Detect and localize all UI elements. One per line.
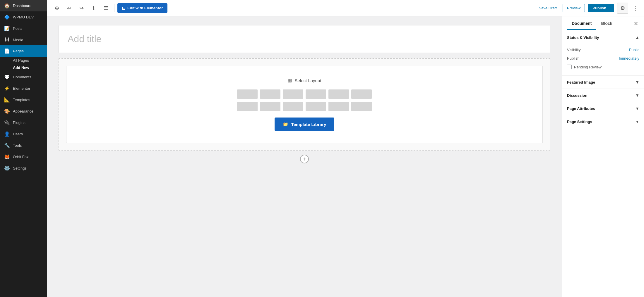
add-icon: ⊕ bbox=[55, 5, 59, 11]
panel-body: Status & Visibility ▲ Visibility Public … bbox=[562, 31, 644, 297]
sidebar-sub-add-new[interactable]: Add New bbox=[0, 64, 47, 71]
pending-review-checkbox[interactable] bbox=[567, 65, 572, 69]
panel-row-label: Publish bbox=[567, 56, 580, 61]
panel-row-visibility: Visibility Public bbox=[567, 46, 639, 54]
page-title-placeholder[interactable]: Add title bbox=[68, 34, 102, 44]
save-draft-button[interactable]: Save Draft bbox=[536, 4, 560, 12]
users-icon: 👤 bbox=[4, 131, 10, 137]
layout-block[interactable] bbox=[237, 89, 258, 99]
more-options-button[interactable]: ⋮ bbox=[631, 5, 639, 12]
sidebar-item-tools[interactable]: 🔧Tools bbox=[0, 140, 47, 151]
plugins-icon: 🔌 bbox=[4, 120, 10, 125]
panel-section-title-discussion: Discussion bbox=[567, 93, 587, 98]
sidebar-item-media[interactable]: 🖼Media bbox=[0, 34, 47, 45]
pending-review-row: Pending Review bbox=[567, 63, 639, 71]
redo-icon: ↪ bbox=[79, 5, 84, 11]
preview-button[interactable]: Preview bbox=[563, 4, 585, 12]
layout-row bbox=[237, 102, 372, 111]
redo-button[interactable]: ↪ bbox=[76, 3, 87, 13]
panel-row-label: Visibility bbox=[567, 48, 581, 52]
panel-row-publish: Publish Immediately bbox=[567, 54, 639, 63]
panel-section-title-status-visibility: Status & Visibility bbox=[567, 35, 599, 40]
panel-row-value-publish[interactable]: Immediately bbox=[619, 56, 639, 61]
sidebar-item-appearance[interactable]: 🎨Appearance bbox=[0, 106, 47, 117]
page-title-box[interactable]: Add title bbox=[59, 25, 550, 53]
template-library-icon: 📁 bbox=[283, 122, 288, 127]
panel-section-header-discussion[interactable]: Discussion ▼ bbox=[562, 89, 644, 102]
layout-block[interactable] bbox=[283, 89, 303, 99]
panel-close-button[interactable]: ✕ bbox=[633, 19, 639, 28]
sidebar-item-label: Comments bbox=[13, 75, 31, 79]
sidebar-item-label: Plugins bbox=[13, 120, 25, 125]
edit-with-elementor-button[interactable]: E Edit with Elementor bbox=[117, 3, 167, 13]
layout-block[interactable] bbox=[306, 102, 326, 111]
layout-block[interactable] bbox=[351, 102, 372, 111]
layout-block[interactable] bbox=[260, 102, 280, 111]
undo-button[interactable]: ↩ bbox=[64, 3, 74, 13]
toolbar: ⊕ ↩ ↪ ℹ ☰ E Edit with Elementor Save Dra… bbox=[47, 0, 644, 16]
sidebar-item-users[interactable]: 👤Users bbox=[0, 128, 47, 140]
info-button[interactable]: ℹ bbox=[88, 3, 99, 13]
sidebar-item-orbit-fox[interactable]: 🦊Orbit Fox bbox=[0, 151, 47, 163]
panel-section-header-status-visibility[interactable]: Status & Visibility ▲ bbox=[562, 31, 644, 44]
layout-block[interactable] bbox=[306, 89, 326, 99]
sidebar-item-plugins[interactable]: 🔌Plugins bbox=[0, 117, 47, 128]
sidebar-item-label: Posts bbox=[13, 26, 23, 31]
panel-section-discussion: Discussion ▼ bbox=[562, 89, 644, 102]
editor-area: Add title ▦ Select Layout bbox=[47, 16, 562, 297]
sidebar-item-label: Elementor bbox=[13, 86, 30, 91]
pages-icon: 📄 bbox=[4, 48, 10, 54]
layout-block[interactable] bbox=[237, 102, 258, 111]
sidebar: 🏠Dashboard🔷WPMU DEV📝Posts🖼Media📄PagesAll… bbox=[0, 0, 47, 297]
undo-icon: ↩ bbox=[67, 5, 71, 11]
main-area: ⊕ ↩ ↪ ℹ ☰ E Edit with Elementor Save Dra… bbox=[47, 0, 644, 297]
sidebar-sub-all-pages[interactable]: All Pages bbox=[0, 57, 47, 64]
chevron-featured-image-icon: ▼ bbox=[635, 80, 639, 84]
select-layout-icon: ▦ bbox=[288, 78, 292, 83]
panel-section-header-page-attributes[interactable]: Page Attributes ▼ bbox=[562, 102, 644, 115]
edit-elementor-label: Edit with Elementor bbox=[127, 6, 163, 10]
settings-icon: ⚙️ bbox=[4, 165, 10, 171]
content-inner: ▦ Select Layout bbox=[66, 66, 543, 143]
panel-section-page-attributes: Page Attributes ▼ bbox=[562, 102, 644, 115]
publish-button[interactable]: Publish... bbox=[588, 4, 614, 12]
sidebar-item-label: Tools bbox=[13, 143, 22, 148]
panel-section-header-page-settings[interactable]: Page Settings ▼ bbox=[562, 115, 644, 128]
layout-grid bbox=[237, 89, 372, 111]
sidebar-item-pages[interactable]: 📄Pages bbox=[0, 45, 47, 57]
list-view-button[interactable]: ☰ bbox=[101, 3, 111, 13]
panel-section-body-status-visibility: Visibility Public Publish Immediately Pe… bbox=[562, 44, 644, 75]
sidebar-item-comments[interactable]: 💬Comments bbox=[0, 71, 47, 83]
settings-gear-button[interactable]: ⚙ bbox=[617, 3, 628, 14]
chevron-status-visibility-icon: ▲ bbox=[635, 35, 639, 40]
sidebar-item-dashboard[interactable]: 🏠Dashboard bbox=[0, 0, 47, 11]
orbit-fox-icon: 🦊 bbox=[4, 154, 10, 160]
gear-icon: ⚙ bbox=[620, 5, 625, 11]
layout-block[interactable] bbox=[351, 89, 372, 99]
chevron-page-settings-icon: ▼ bbox=[635, 119, 639, 124]
sidebar-item-label: Dashboard bbox=[13, 4, 32, 8]
tab-block[interactable]: Block bbox=[596, 17, 617, 30]
sidebar-item-label: Pages bbox=[13, 49, 24, 53]
sidebar-item-elementor[interactable]: ⚡Elementor bbox=[0, 83, 47, 94]
layout-block[interactable] bbox=[283, 102, 303, 111]
chevron-discussion-icon: ▼ bbox=[635, 93, 639, 98]
panel-row-value-visibility[interactable]: Public bbox=[629, 48, 639, 52]
sidebar-item-settings[interactable]: ⚙️Settings bbox=[0, 163, 47, 174]
elementor-icon: ⚡ bbox=[4, 86, 10, 91]
sidebar-item-wpmu-dev[interactable]: 🔷WPMU DEV bbox=[0, 11, 47, 23]
comments-icon: 💬 bbox=[4, 74, 10, 80]
tab-document[interactable]: Document bbox=[567, 17, 596, 30]
layout-block[interactable] bbox=[328, 102, 349, 111]
layout-block[interactable] bbox=[260, 89, 280, 99]
sidebar-item-posts[interactable]: 📝Posts bbox=[0, 23, 47, 34]
sidebar-item-templates[interactable]: 📐Templates bbox=[0, 94, 47, 106]
layout-block[interactable] bbox=[328, 89, 349, 99]
posts-icon: 📝 bbox=[4, 26, 10, 31]
add-block-button[interactable]: ⊕ bbox=[52, 3, 62, 13]
bottom-add: + bbox=[59, 155, 550, 163]
panel-section-header-featured-image[interactable]: Featured Image ▼ bbox=[562, 76, 644, 89]
panel-section-page-settings: Page Settings ▼ bbox=[562, 115, 644, 128]
add-section-button[interactable]: + bbox=[300, 155, 309, 163]
template-library-button[interactable]: 📁 Template Library bbox=[275, 118, 335, 131]
